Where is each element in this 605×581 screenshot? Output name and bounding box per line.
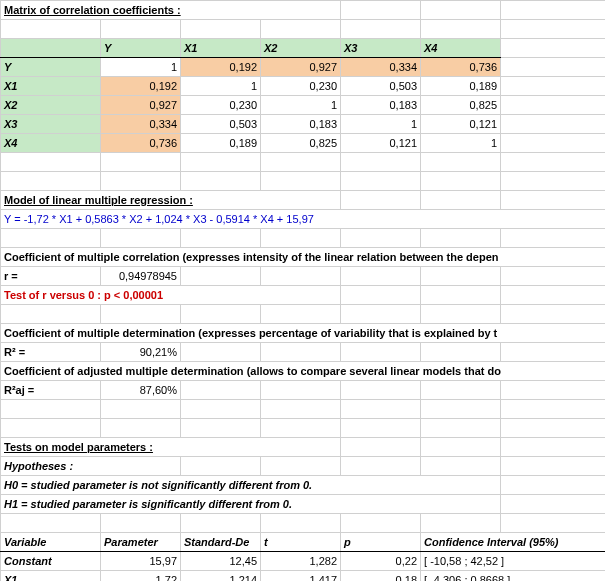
param-variable: X1 [1, 571, 101, 582]
model-title: Model of linear multiple regression : [1, 191, 341, 210]
matrix-row-header: X4 [1, 134, 101, 153]
matrix-cell: 0,189 [421, 77, 501, 96]
coef-mult-corr-label: Coefficient of multiple correlation (exp… [1, 248, 606, 267]
r2-label: R² = [1, 343, 101, 362]
model-formula: Y = -1,72 * X1 + 0,5863 * X2 + 1,024 * X… [1, 210, 606, 229]
matrix-col-header: X1 [181, 39, 261, 58]
matrix-row-header: X1 [1, 77, 101, 96]
matrix-cell: 1 [101, 58, 181, 77]
r-value: 0,94978945 [101, 267, 181, 286]
matrix-cell: 0,736 [101, 134, 181, 153]
param-header: Standard-De [181, 533, 261, 552]
matrix-cell: 0,736 [421, 58, 501, 77]
tests-title: Tests on model parameters : [1, 438, 341, 457]
r-label: r = [1, 267, 101, 286]
matrix-cell: 0,230 [181, 96, 261, 115]
r2-value: 90,21% [101, 343, 181, 362]
matrix-col-header: X3 [341, 39, 421, 58]
matrix-cell: 0,183 [261, 115, 341, 134]
matrix-cell: 0,192 [101, 77, 181, 96]
param-p: 0,18 [341, 571, 421, 582]
matrix-row-header: Y [1, 58, 101, 77]
coef-adj-det-label: Coefficient of adjusted multiple determi… [1, 362, 606, 381]
matrix-cell: 1 [341, 115, 421, 134]
param-t: 1,282 [261, 552, 341, 571]
param-ci: [ -10,58 ; 42,52 ] [421, 552, 605, 571]
test-r: Test of r versus 0 : p < 0,00001 [1, 286, 341, 305]
matrix-cell: 0,503 [181, 115, 261, 134]
matrix-cell: 0,192 [181, 58, 261, 77]
matrix-cell: 1 [261, 96, 341, 115]
h0: H0 = studied parameter is not significan… [1, 476, 501, 495]
matrix-cell: 0,189 [181, 134, 261, 153]
param-se: 12,45 [181, 552, 261, 571]
hypotheses-label: Hypotheses : [1, 457, 181, 476]
matrix-row-header: X2 [1, 96, 101, 115]
r2aj-label: R²aj = [1, 381, 101, 400]
matrix-row-header: X3 [1, 115, 101, 134]
param-estimate: 15,97 [101, 552, 181, 571]
param-header: t [261, 533, 341, 552]
matrix-cell: 0,183 [341, 96, 421, 115]
matrix-cell: 0,825 [261, 134, 341, 153]
matrix-cell: 0,121 [341, 134, 421, 153]
param-header: Parameter [101, 533, 181, 552]
coef-mult-det-label: Coefficient of multiple determination (e… [1, 324, 606, 343]
param-header: Variable [1, 533, 101, 552]
matrix-cell: 0,927 [261, 58, 341, 77]
matrix-cell: 0,927 [101, 96, 181, 115]
matrix-title: Matrix of correlation coefficients : [1, 1, 341, 20]
matrix-cell: 0,334 [101, 115, 181, 134]
matrix-col-header: Y [101, 39, 181, 58]
matrix-col-header: X4 [421, 39, 501, 58]
param-header: p [341, 533, 421, 552]
param-header: Confidence Interval (95%) [421, 533, 605, 552]
matrix-cell: 0,334 [341, 58, 421, 77]
r2aj-value: 87,60% [101, 381, 181, 400]
matrix-cell: 0,503 [341, 77, 421, 96]
matrix-col-header: X2 [261, 39, 341, 58]
matrix-cell: 0,121 [421, 115, 501, 134]
spreadsheet: Matrix of correlation coefficients :YX1X… [0, 0, 605, 581]
param-ci: [ -4,306 ; 0,8668 ] [421, 571, 605, 582]
param-t: -1,417 [261, 571, 341, 582]
h1: H1 = studied parameter is significantly … [1, 495, 501, 514]
matrix-cell: 0,230 [261, 77, 341, 96]
param-variable: Constant [1, 552, 101, 571]
param-p: 0,22 [341, 552, 421, 571]
param-se: 1,214 [181, 571, 261, 582]
matrix-cell: 1 [181, 77, 261, 96]
param-estimate: -1,72 [101, 571, 181, 582]
matrix-cell: 0,825 [421, 96, 501, 115]
matrix-cell: 1 [421, 134, 501, 153]
